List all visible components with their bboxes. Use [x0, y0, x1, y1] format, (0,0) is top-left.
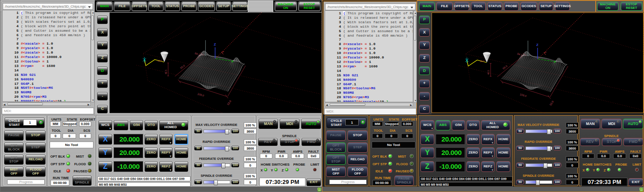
- svg-text:53.0: 53.0: [227, 100, 232, 106]
- svg-text:Z: Z: [214, 42, 216, 46]
- svg-text:55.0: 55.0: [180, 64, 186, 70]
- svg-text:40.5: 40.5: [165, 70, 167, 74]
- svg-text:10.0: 10.0: [157, 59, 162, 62]
- svg-text:108.0: 108.0: [197, 92, 205, 97]
